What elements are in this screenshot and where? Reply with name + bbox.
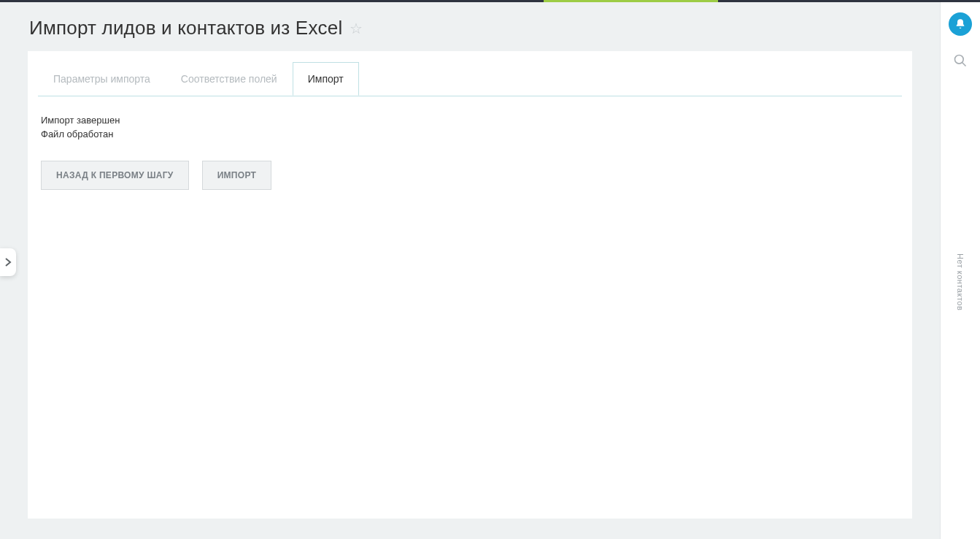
page-header: Импорт лидов и контактов из Excel ☆ xyxy=(0,2,940,51)
tab-content: Импорт завершен Файл обработан НАЗАД К П… xyxy=(28,95,912,204)
left-panel-expand-handle[interactable] xyxy=(0,248,16,276)
right-rail: Нет контактов xyxy=(940,2,980,539)
svg-line-1 xyxy=(962,63,966,66)
main-area: Импорт лидов и контактов из Excel ☆ Пара… xyxy=(0,2,940,539)
chevron-right-icon xyxy=(4,257,12,267)
tab-strip: Параметры импорта Соответствие полей Имп… xyxy=(28,51,912,95)
bell-icon xyxy=(954,18,966,30)
no-contacts-label: Нет контактов xyxy=(956,253,965,310)
tab-underline xyxy=(38,96,902,96)
import-button[interactable]: ИМПОРТ xyxy=(202,161,272,190)
notifications-button[interactable] xyxy=(949,12,972,36)
search-icon xyxy=(953,53,968,68)
import-status-line1: Импорт завершен xyxy=(41,114,909,127)
page-title: Импорт лидов и контактов из Excel xyxy=(29,17,342,39)
search-button[interactable] xyxy=(953,53,968,71)
back-to-first-step-button[interactable]: НАЗАД К ПЕРВОМУ ШАГУ xyxy=(41,161,189,190)
tab-import[interactable]: Импорт xyxy=(293,62,359,96)
main-panel: Параметры импорта Соответствие полей Имп… xyxy=(28,51,912,519)
tab-field-mapping[interactable]: Соответствие полей xyxy=(166,62,293,96)
favorite-star-icon[interactable]: ☆ xyxy=(350,21,363,36)
svg-point-0 xyxy=(955,56,964,64)
button-row: НАЗАД К ПЕРВОМУ ШАГУ ИМПОРТ xyxy=(41,161,909,190)
import-status-line2: Файл обработан xyxy=(41,128,909,141)
tab-import-params[interactable]: Параметры импорта xyxy=(38,62,166,96)
